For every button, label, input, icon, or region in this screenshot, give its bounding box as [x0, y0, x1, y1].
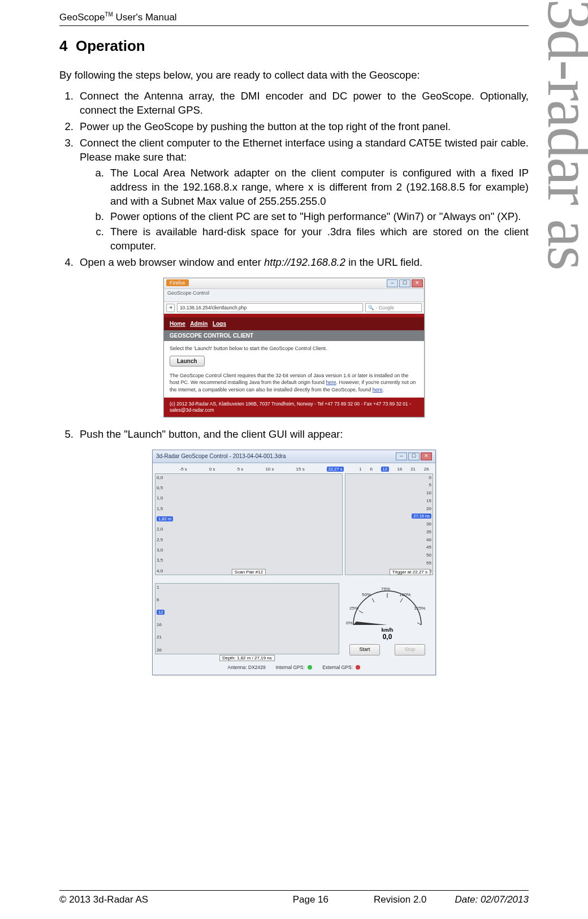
gui-top-axis: -5 s 0 s 5 s 10 s 15 s 22,27 s 1 6 12 16…: [155, 465, 433, 473]
gui-title-text: 3d-Radar GeoScope Control - 2013-04-04-0…: [156, 453, 286, 459]
search-input[interactable]: 🔍 - Google: [365, 303, 422, 312]
nav-logs-link[interactable]: Logs: [213, 321, 226, 327]
close-button[interactable]: ✕: [412, 279, 423, 287]
nav-back-button[interactable]: ◄: [166, 304, 175, 312]
axis-tick: 21: [410, 467, 416, 472]
step-3-sublist: The Local Area Network adapter on the cl…: [107, 166, 529, 253]
url-input[interactable]: 10.136.16.254/clientlaunch.php: [177, 303, 363, 312]
status-internal-gps: Internal GPS:: [276, 665, 312, 670]
start-button[interactable]: Start: [349, 644, 380, 655]
top-axis-left: -5 s 0 s 5 s 10 s 15 s 22,27 s: [155, 467, 355, 472]
steps-list: Connect the Antenna array, the DMI encod…: [76, 89, 529, 270]
axis-tick: -5 s: [180, 467, 187, 472]
axis-tick: 0 s: [209, 467, 215, 472]
speed-panel: 0% 25% 50% 75% 100% 125% km/h 0,0 St: [341, 583, 433, 654]
y-tick: 10: [412, 490, 431, 495]
y-tick: 4,0: [157, 568, 173, 573]
y-tick: 21: [157, 635, 165, 640]
browser-tab[interactable]: GeoScope Control: [167, 290, 209, 296]
y-tick: 1: [157, 585, 165, 590]
cscan-plot[interactable]: 1 6 12 16 21 26 Depth: 1,82 m / 27,19 ns: [155, 583, 339, 654]
step-2: Power up the GeoScope by pushing the but…: [76, 120, 529, 134]
status-egps-label: External GPS:: [322, 665, 353, 670]
axis-tick: 5 s: [237, 467, 244, 472]
speed-value: 0,0: [383, 633, 392, 641]
gauge-50: 50%: [362, 592, 371, 597]
requirements-text: The GeoScope Control Client requires tha…: [170, 372, 418, 392]
gui-titlebar: 3d-Radar GeoScope Control - 2013-04-04-0…: [153, 450, 435, 463]
footer-page: Page 16: [293, 894, 328, 905]
gui-maximize-button[interactable]: ☐: [408, 452, 420, 460]
y-tick: 35: [412, 529, 431, 534]
y-tick: 0: [412, 475, 431, 480]
firefox-badge[interactable]: Firefox: [166, 279, 189, 286]
scan-pair-label: Scan Pair #12: [232, 569, 266, 575]
cscan-badge[interactable]: 12: [157, 610, 165, 615]
status-external-gps: External GPS:: [322, 665, 360, 670]
browser-figure-wrap: Firefox – ☐ ✕ GeoScope Control ◄ 10.136.…: [59, 278, 529, 417]
section-title-text: Operation: [76, 37, 145, 54]
gui-row-2: 1 6 12 16 21 26 Depth: 1,82 m / 27,19 ns: [155, 583, 433, 654]
gui-row-1: 0,0 0,5 1,0 1,5 1,82 m 2,0 2,5 3,0 3,5 4…: [155, 473, 433, 575]
axis-tick: 16: [397, 467, 403, 472]
step-3: Connect the client computer to the Ether…: [76, 136, 529, 254]
step-3b: Power options of the client PC are set t…: [107, 210, 529, 224]
y-tick: 50: [412, 553, 431, 558]
y-tick: 20: [412, 506, 431, 511]
gauge-75: 75%: [381, 586, 390, 592]
depth-badge[interactable]: 1,82 m: [157, 516, 173, 521]
stop-button[interactable]: Stop: [395, 644, 425, 655]
window-buttons: – ☐ ✕: [387, 279, 423, 287]
site-body: Select the 'Launch' button below to star…: [164, 341, 424, 397]
step-3a: The Local Area Network adapter on the cl…: [107, 166, 529, 209]
radargram-right[interactable]: 0 5 10 15 20 27,19 ns 30 35 40 45 50 55: [345, 473, 433, 575]
step-4-post: in the URL field.: [345, 256, 422, 268]
radargram-left[interactable]: 0,0 0,5 1,0 1,5 1,82 m 2,0 2,5 3,0 3,5 4…: [155, 473, 343, 575]
footer-copyright: © 2013 3d-Radar AS: [59, 894, 293, 905]
footer-revision: Revision 2.0: [374, 894, 427, 905]
y-tick: 1,0: [157, 495, 173, 501]
gauge-125: 125%: [414, 606, 425, 611]
nav-admin-link[interactable]: Admin: [190, 321, 207, 327]
step-1: Connect the Antenna array, the DMI encod…: [76, 89, 529, 118]
step-4-url: http://192.168.8.2: [264, 256, 345, 268]
gauge-100: 100%: [399, 592, 410, 597]
axis-tick: 15 s: [296, 467, 305, 472]
gui-minimize-button[interactable]: –: [396, 452, 407, 460]
site-banner: GEOSCOPE CONTROL CLIENT: [164, 330, 424, 341]
gui-close-button[interactable]: ✕: [421, 452, 432, 460]
section-number: 4: [59, 37, 67, 54]
browser-tabstrip: GeoScope Control: [164, 289, 424, 302]
igps-status-icon: [308, 665, 312, 670]
browser-titlebar: Firefox – ☐ ✕: [164, 278, 424, 289]
section-heading: 4 Operation: [59, 37, 529, 55]
gui-body: -5 s 0 s 5 s 10 s 15 s 22,27 s 1 6 12 16…: [153, 463, 435, 675]
steps-list-cont: Push the "Launch" button, and the client…: [76, 428, 529, 442]
page-container: GeoScopeTM User's Manual 4 Operation By …: [0, 0, 588, 919]
ns-badge[interactable]: 27,19 ns: [412, 514, 431, 519]
y-tick: 2,0: [157, 527, 173, 532]
y-tick: 45: [412, 545, 431, 550]
minimize-button[interactable]: –: [387, 279, 398, 287]
req-here-1-link[interactable]: here: [326, 379, 336, 385]
intro-paragraph: By following the steps below, you are re…: [59, 68, 529, 83]
launch-button[interactable]: Launch: [170, 356, 205, 366]
step-3c: There is available hard-disk space for y…: [107, 225, 529, 253]
maximize-button[interactable]: ☐: [399, 279, 410, 287]
site-navbar: Home Admin Logs: [164, 314, 424, 330]
step-5: Push the "Launch" button, and the client…: [76, 428, 529, 442]
page-footer: © 2013 3d-Radar AS Page 16 Revision 2.0 …: [59, 890, 529, 905]
nav-home-link[interactable]: Home: [170, 321, 185, 327]
req-text-3: .: [383, 387, 384, 392]
channel-badge[interactable]: 12: [381, 467, 389, 472]
y-tick: 16: [157, 622, 165, 627]
time-badge[interactable]: 22,27 s: [327, 467, 344, 472]
y-tick: 55: [412, 560, 431, 566]
control-buttons: Start Stop: [349, 644, 425, 655]
page-header: GeoScopeTM User's Manual: [59, 11, 529, 26]
egps-status-icon: [356, 665, 360, 670]
y-tick: 15: [412, 498, 431, 503]
axis-tick: 1: [359, 467, 361, 472]
top-axis-right: 1 6 12 16 21 26: [355, 467, 433, 472]
req-here-2-link[interactable]: here: [373, 387, 383, 392]
